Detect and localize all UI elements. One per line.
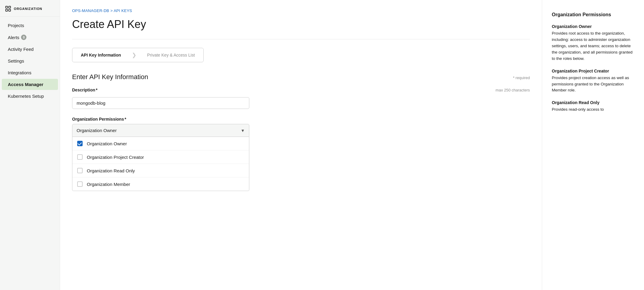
sidebar-item-alerts[interactable]: Alerts 0 (2, 32, 58, 43)
sidebar-item-access-manager[interactable]: Access Manager (2, 79, 58, 90)
dropdown-list: Organization Owner Organization Project … (72, 137, 249, 191)
option-org-project-creator[interactable]: Organization Project Creator (72, 150, 249, 164)
permission-org-project-creator: Organization Project Creator Provides pr… (552, 69, 634, 94)
checkbox-org-read-only[interactable] (77, 168, 83, 173)
org-label: ORGANIZATION (14, 7, 42, 11)
dropdown-selected[interactable]: Organization Owner ▼ (72, 124, 249, 137)
option-org-read-only[interactable]: Organization Read Only (72, 164, 249, 177)
sidebar-nav: Projects Alerts 0 Activity Feed Settings… (0, 17, 60, 105)
required-note: * required (513, 76, 530, 80)
sidebar-item-settings[interactable]: Settings (2, 55, 58, 66)
main-area: OPS-MANAGER-DB > API KEYS Create API Key… (60, 0, 644, 290)
org-icon (5, 5, 11, 12)
permission-org-owner: Organization Owner Provides root access … (552, 24, 634, 62)
form-section-title: Enter API Key Information (72, 73, 148, 81)
description-label: Description* (72, 88, 97, 92)
checkbox-org-project-creator[interactable] (77, 154, 83, 160)
permission-org-owner-name: Organization Owner (552, 24, 634, 29)
permissions-label: Organization Permissions* (72, 117, 530, 122)
tab-api-key-info[interactable]: API Key Information (72, 49, 129, 61)
tab-arrow: ❯ (129, 48, 139, 62)
svg-rect-0 (6, 6, 8, 8)
description-field-header: Description* max 250 characters (72, 88, 530, 95)
permissions-panel-title: Organization Permissions (552, 12, 634, 17)
content-area: OPS-MANAGER-DB > API KEYS Create API Key… (60, 0, 542, 290)
checkbox-org-owner[interactable] (77, 141, 83, 146)
breadcrumb: OPS-MANAGER-DB > API KEYS (72, 8, 530, 13)
form-section-header: Enter API Key Information * required (72, 73, 530, 81)
right-panel: Organization Permissions Organization Ow… (542, 0, 644, 290)
description-field-group: Description* max 250 characters (72, 88, 530, 109)
section-divider (72, 39, 530, 39)
sidebar-item-kubernetes-setup[interactable]: Kubernetes Setup (2, 91, 58, 102)
permission-org-read-only-desc: Provides read-only access to (552, 106, 634, 113)
sidebar-item-integrations[interactable]: Integrations (2, 67, 58, 78)
org-header: ORGANIZATION (0, 0, 60, 17)
selected-permission-label: Organization Owner (77, 128, 117, 133)
dropdown-arrow-icon: ▼ (241, 128, 245, 133)
sidebar: ORGANIZATION Projects Alerts 0 Activity … (0, 0, 60, 290)
checkbox-org-member[interactable] (77, 181, 83, 187)
permission-org-read-only-name: Organization Read Only (552, 100, 634, 105)
description-input[interactable] (72, 97, 249, 109)
option-org-member[interactable]: Organization Member (72, 177, 249, 191)
permission-org-owner-desc: Provides root access to the organization… (552, 30, 634, 62)
option-org-owner[interactable]: Organization Owner (72, 137, 249, 150)
sidebar-item-projects[interactable]: Projects (2, 20, 58, 31)
svg-rect-1 (9, 6, 11, 8)
wizard-tabs: API Key Information ❯ Private Key & Acce… (72, 48, 204, 62)
char-limit: max 250 characters (496, 88, 530, 92)
page-title: Create API Key (72, 18, 530, 31)
sidebar-item-activity-feed[interactable]: Activity Feed (2, 44, 58, 55)
svg-rect-3 (9, 9, 11, 11)
permissions-field-group: Organization Permissions* Organization O… (72, 117, 530, 191)
permission-org-read-only: Organization Read Only Provides read-onl… (552, 100, 634, 113)
permission-org-project-creator-name: Organization Project Creator (552, 69, 634, 73)
svg-rect-2 (6, 9, 8, 11)
permissions-dropdown: Organization Owner ▼ Organization Owner … (72, 124, 249, 191)
permission-org-project-creator-desc: Provides project creation access as well… (552, 75, 634, 94)
alerts-badge: 0 (21, 35, 26, 40)
tab-private-key-access[interactable]: Private Key & Access List (139, 49, 203, 61)
